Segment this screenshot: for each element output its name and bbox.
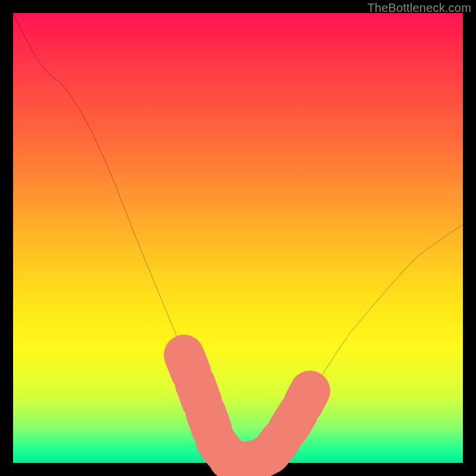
optimal-band-right	[270, 391, 310, 454]
bottleneck-curve	[13, 13, 463, 462]
chart-plot-area	[13, 13, 463, 463]
chart-frame: TheBottleneck.com	[0, 0, 476, 476]
chart-svg	[13, 13, 463, 463]
watermark-text: TheBottleneck.com	[367, 1, 471, 15]
